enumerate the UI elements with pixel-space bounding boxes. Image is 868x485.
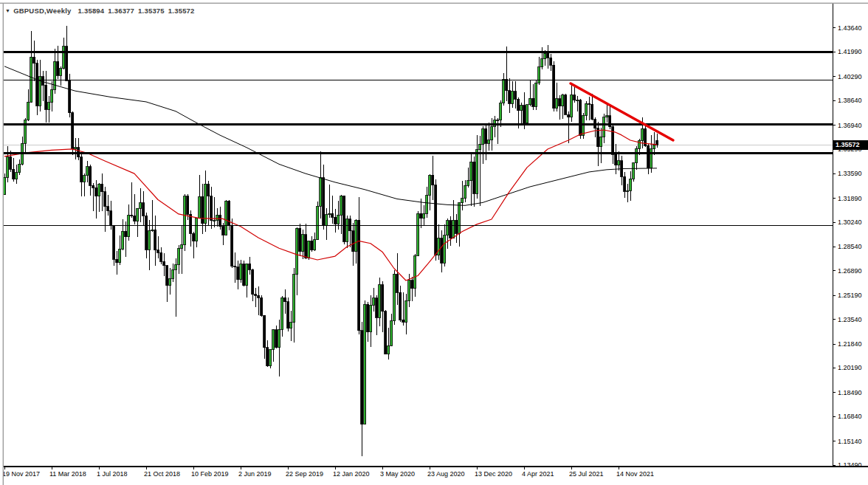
candle-bull (178, 248, 180, 264)
candle-bear (142, 203, 145, 216)
candle-bear (134, 216, 136, 221)
candle-bull (196, 218, 198, 241)
candle-bear (612, 127, 614, 155)
ohlc-low: 1.35375 (138, 7, 165, 15)
current-price-tag: 1.35572 (833, 140, 868, 150)
candle-bear (234, 266, 236, 267)
candle-bull (213, 221, 216, 221)
candle-bear (547, 53, 549, 58)
candle-bear (33, 57, 35, 63)
candle-bear (80, 157, 83, 182)
date-axis-label: 25 Jul 2021 (569, 470, 604, 478)
date-axis-label: 3 May 2020 (380, 470, 415, 478)
candle-bear (441, 238, 443, 264)
candle-bull (464, 185, 466, 198)
candle-bull (225, 201, 227, 235)
candle-bear (163, 261, 165, 265)
candle-bull (281, 297, 283, 329)
price-axis-label: 1.41990 (838, 48, 862, 55)
candle-bear (331, 213, 334, 217)
candle-bear (311, 241, 313, 250)
candle-bull (175, 264, 177, 269)
candle-bull (438, 238, 440, 255)
price-axis-label: 1.38640 (838, 97, 862, 104)
candle-bear (455, 220, 458, 233)
candle-bull (470, 162, 472, 181)
candle-bear (166, 266, 168, 286)
candle-bear (349, 219, 351, 231)
candle-bull (638, 140, 641, 148)
candle-bull (390, 321, 393, 345)
candle-bull (630, 179, 632, 190)
candle-bull (423, 213, 425, 218)
candle-bear (116, 259, 118, 263)
candle-bull (447, 221, 449, 235)
price-axis-label: 1.40290 (838, 73, 862, 80)
candle-bull (503, 79, 505, 103)
price-axis-label: 1.30240 (838, 219, 862, 226)
horizontal-level-lines[interactable] (4, 52, 833, 226)
candle-bear (42, 77, 44, 85)
candle-bear (207, 184, 210, 196)
candle-bull (86, 167, 89, 176)
price-axis-label: 1.31890 (838, 195, 862, 202)
candle-bear (420, 213, 422, 218)
candle-bear (222, 227, 224, 235)
price-axis-label: 1.20190 (838, 364, 862, 371)
date-axis-label: 13 Dec 2020 (475, 470, 512, 478)
candle-bull (388, 345, 390, 354)
candle-bear (10, 157, 12, 169)
candle-bull (216, 215, 218, 220)
candle-bull (653, 145, 655, 148)
candle-bull (83, 176, 86, 182)
candle-bull (27, 102, 30, 120)
window-top-border-line (0, 3, 868, 4)
candle-bull (541, 59, 543, 67)
candle-bear (190, 214, 192, 233)
candle-bear (376, 298, 378, 317)
candle-bull (181, 245, 183, 248)
candle-bear (69, 80, 71, 112)
symbol-dropdown-icon: ▼ (5, 8, 10, 13)
candle-bull (51, 89, 53, 102)
candle-bull (7, 157, 9, 178)
candle-bull (538, 67, 540, 83)
candle-bull (479, 144, 481, 150)
candle-bull (98, 184, 100, 196)
candle-bull (526, 105, 528, 123)
candle-bull (417, 213, 419, 255)
candle-bear (57, 61, 59, 75)
candle-bull (302, 235, 304, 252)
candle-bull (636, 148, 638, 163)
candle-bull (75, 148, 77, 149)
candle-bull (317, 206, 319, 240)
chart-canvas[interactable] (0, 0, 868, 485)
candle-bull (63, 47, 65, 69)
candle-bear (323, 178, 325, 225)
candle-bull (246, 264, 248, 285)
price-axis-label: 1.18490 (838, 389, 862, 396)
candle-bear (154, 230, 156, 250)
date-axis-label: 14 Nov 2021 (616, 470, 654, 478)
price-axis-label: 1.21840 (838, 340, 862, 348)
candle-bull (641, 128, 644, 140)
candle-bear (523, 106, 526, 123)
candle-bear (89, 167, 92, 186)
candle-bear (579, 100, 582, 136)
candle-bull (444, 235, 446, 263)
candle-bear (568, 114, 570, 117)
date-axis-label: 4 Apr 2021 (522, 470, 554, 478)
ohlc-close: 1.35572 (168, 7, 195, 15)
candle-bull (393, 274, 396, 321)
candle-bull (458, 203, 461, 233)
candle-bull (24, 120, 27, 143)
candle-bear (517, 99, 520, 111)
candle-bear (95, 188, 97, 196)
candle-bear (532, 98, 534, 106)
candle-bear (402, 320, 404, 322)
candle-bull (269, 349, 272, 366)
candle-bull (405, 300, 407, 322)
candle-bear (553, 65, 555, 109)
chart-window: ▼GBPUSD,Weekly1.358941.363771.353751.355… (0, 0, 868, 485)
candle-bull (151, 230, 154, 230)
